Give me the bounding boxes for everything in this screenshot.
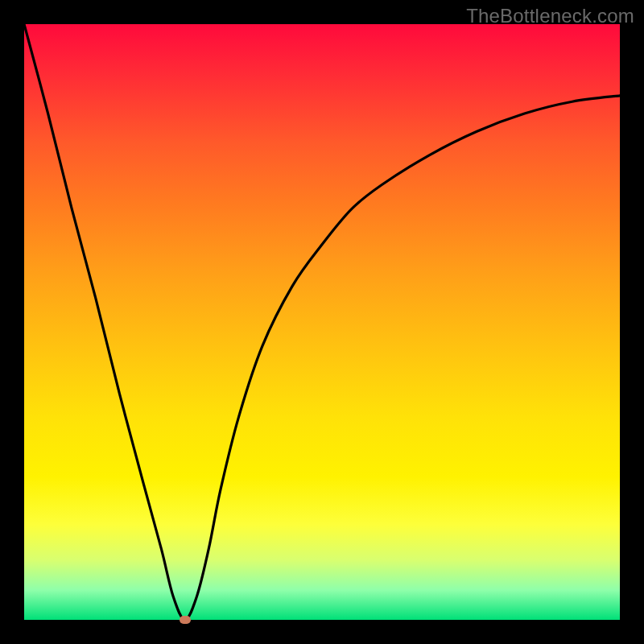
chart-frame: TheBottleneck.com — [0, 0, 644, 644]
optimal-point-marker — [180, 616, 191, 624]
curve-svg — [24, 24, 620, 620]
plot-area — [24, 24, 620, 620]
bottleneck-curve — [24, 24, 620, 620]
